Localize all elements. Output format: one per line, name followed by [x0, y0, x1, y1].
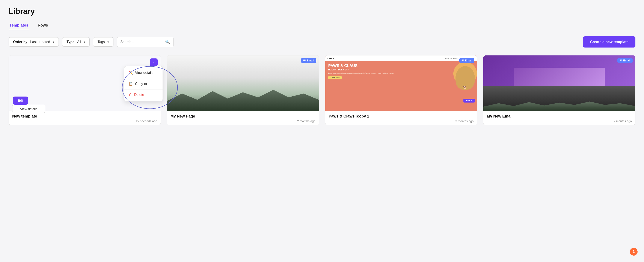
type-value: All — [77, 40, 81, 44]
paws-thumbnail: Loa's About Us Adoption Services Donatic… — [325, 55, 477, 111]
card-name-4: My New Email — [487, 114, 632, 119]
trash-icon: 🗑 — [129, 93, 132, 97]
cards-grid: Edi ⋮ ✏️ View details 📋 Copy to 🗑 Delete — [8, 55, 636, 125]
card-date-1: 22 seconds ago — [12, 120, 157, 123]
context-menu: ✏️ View details 📋 Copy to 🗑 Delete — [124, 66, 163, 101]
forest-background — [167, 55, 319, 111]
notification-badge[interactable]: 1 — [630, 248, 638, 256]
email-top — [484, 55, 635, 86]
card-my-new-page: ✉ Email My New Page 2 months ago — [167, 55, 319, 125]
context-menu-delete[interactable]: 🗑 Delete — [124, 90, 162, 99]
card-footer-1: New template 22 seconds ago — [9, 111, 160, 125]
order-by-dropdown[interactable]: Order by: Last updated ▾ — [8, 37, 59, 47]
eye-icon: ✏️ — [129, 71, 133, 75]
tab-rows[interactable]: Rows — [37, 21, 49, 30]
card-footer-4: My New Email 7 months ago — [484, 111, 635, 125]
email-icon-4: ✉ — [620, 59, 622, 62]
tags-dropdown[interactable]: Tags ▾ — [93, 37, 114, 47]
card-name-3: Paws & Claws [copy 1] — [329, 114, 474, 119]
create-template-button[interactable]: Create a new template — [583, 36, 636, 47]
three-dots-menu-button[interactable]: ⋮ — [150, 58, 158, 66]
context-menu-divider-1 — [124, 78, 162, 78]
page-title: Library — [8, 7, 636, 16]
card-thumbnail-3: Loa's About Us Adoption Services Donatic… — [325, 55, 477, 111]
card-thumbnail-4: ✉ Email — [484, 55, 635, 111]
edit-overlay[interactable]: Edi — [13, 97, 28, 105]
email-badge-4: ✉ Email — [618, 58, 633, 63]
search-input[interactable] — [120, 40, 164, 44]
email-thumbnail — [484, 55, 635, 111]
view-details-button[interactable]: View details — [12, 105, 45, 113]
search-icon: 🔍 — [165, 40, 170, 44]
card-my-new-email: ✉ Email My New Email 7 months ago — [483, 55, 636, 125]
email-icon-3: ✉ — [462, 59, 464, 62]
toolbar: Order by: Last updated ▾ Type: All ▾ Tag… — [8, 36, 636, 47]
paws-logo: Loa's — [328, 57, 334, 60]
card-new-template: Edi ⋮ ✏️ View details 📋 Copy to 🗑 Delete — [8, 55, 161, 125]
email-forest-trees — [484, 100, 635, 111]
card-date-4: 7 months ago — [487, 120, 632, 123]
paws-dog-image: 🐕 — [456, 66, 475, 90]
type-dropdown[interactable]: Type: All ▾ — [62, 37, 90, 47]
chevron-down-icon: ▾ — [53, 40, 54, 44]
email-badge-3: ✉ Email — [459, 58, 474, 63]
context-menu-divider-2 — [124, 89, 162, 90]
order-by-value: Last updated — [30, 40, 50, 44]
copy-icon: 📋 — [129, 82, 133, 86]
tags-label: Tags — [98, 40, 105, 44]
search-box: 🔍 — [117, 37, 174, 47]
email-icon-2: ✉ — [303, 59, 306, 62]
paws-button-row: Button — [464, 99, 475, 103]
chevron-down-icon-2: ▾ — [84, 40, 85, 44]
context-menu-view-details[interactable]: ✏️ View details — [124, 68, 162, 77]
card-footer-3: Paws & Claws [copy 1] 3 months ago — [325, 111, 477, 125]
type-label: Type: — [67, 40, 76, 44]
three-dots-icon: ⋮ — [152, 60, 156, 65]
card-paws-claws: Loa's About Us Adoption Services Donatic… — [325, 55, 477, 125]
chevron-down-icon-3: ▾ — [108, 40, 109, 44]
order-by-label: Order by: — [13, 40, 28, 44]
card-date-3: 3 months ago — [329, 120, 474, 123]
paws-header: Loa's About Us Adoption Services Donatic — [325, 55, 477, 61]
card-thumbnail-2: ✉ Email — [167, 55, 319, 111]
email-purple-box — [514, 68, 605, 86]
card-name-2: My New Page — [170, 114, 316, 119]
card-name-1: New template — [12, 114, 157, 119]
email-badge-2: ✉ Email — [301, 58, 316, 63]
card-footer-2: My New Page 2 months ago — [167, 111, 319, 125]
forest-trees — [167, 86, 319, 111]
email-bottom — [484, 86, 635, 111]
tabs-bar: Templates Rows — [8, 21, 636, 30]
tab-templates[interactable]: Templates — [8, 21, 29, 30]
card-date-2: 2 months ago — [170, 120, 316, 123]
context-menu-copy-to[interactable]: 📋 Copy to — [124, 79, 162, 88]
